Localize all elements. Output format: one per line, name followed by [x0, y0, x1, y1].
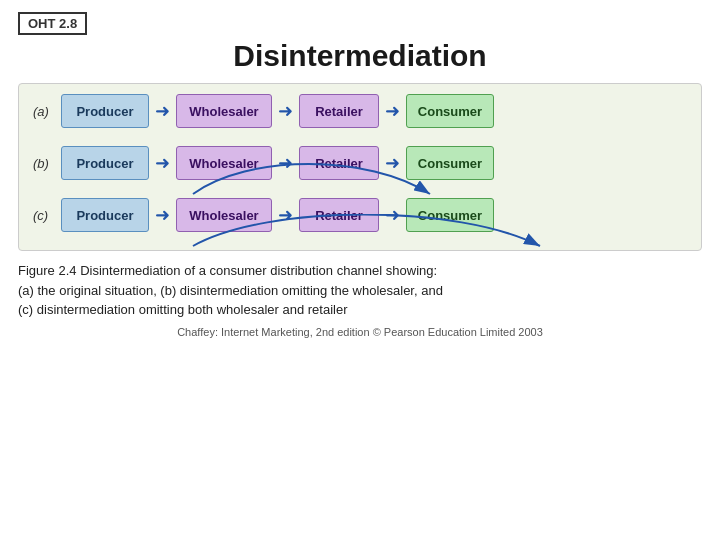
- caption-line3: (c) disintermediation omitting both whol…: [18, 300, 702, 320]
- box-c-producer: Producer: [61, 198, 149, 232]
- curved-arrow-c: [188, 214, 548, 252]
- box-b-producer: Producer: [61, 146, 149, 180]
- row-b-label: (b): [33, 156, 61, 171]
- caption-line1: Figure 2.4 Disintermediation of a consum…: [18, 261, 702, 281]
- page-title: Disintermediation: [18, 39, 702, 73]
- oht-badge: OHT 2.8: [18, 12, 87, 35]
- arrow-a-2: ➜: [272, 100, 299, 122]
- caption-line2: (a) the original situation, (b) disinter…: [18, 281, 702, 301]
- box-a-retailer: Retailer: [299, 94, 379, 128]
- row-c: (c) Producer ➜ Wholesaler ➜ Retailer ➜ C…: [33, 198, 687, 232]
- arrow-c-1: ➜: [149, 204, 176, 226]
- diagram-area: (a) Producer ➜ Wholesaler ➜ Retailer ➜ C…: [18, 83, 702, 251]
- arrow-a-3: ➜: [379, 100, 406, 122]
- box-a-consumer: Consumer: [406, 94, 494, 128]
- page: OHT 2.8 Disintermediation (a) Producer ➜…: [0, 0, 720, 540]
- footer: Chaffey: Internet Marketing, 2nd edition…: [18, 326, 702, 338]
- box-a-producer: Producer: [61, 94, 149, 128]
- box-a-wholesaler: Wholesaler: [176, 94, 272, 128]
- row-a-label: (a): [33, 104, 61, 119]
- arrow-b-1: ➜: [149, 152, 176, 174]
- arrow-a-1: ➜: [149, 100, 176, 122]
- row-b: (b) Producer ➜ Wholesaler ➜ Retailer ➜ C…: [33, 146, 687, 180]
- row-c-label: (c): [33, 208, 61, 223]
- caption: Figure 2.4 Disintermediation of a consum…: [18, 261, 702, 320]
- curved-arrow-b: [188, 162, 438, 200]
- row-a: (a) Producer ➜ Wholesaler ➜ Retailer ➜ C…: [33, 94, 687, 128]
